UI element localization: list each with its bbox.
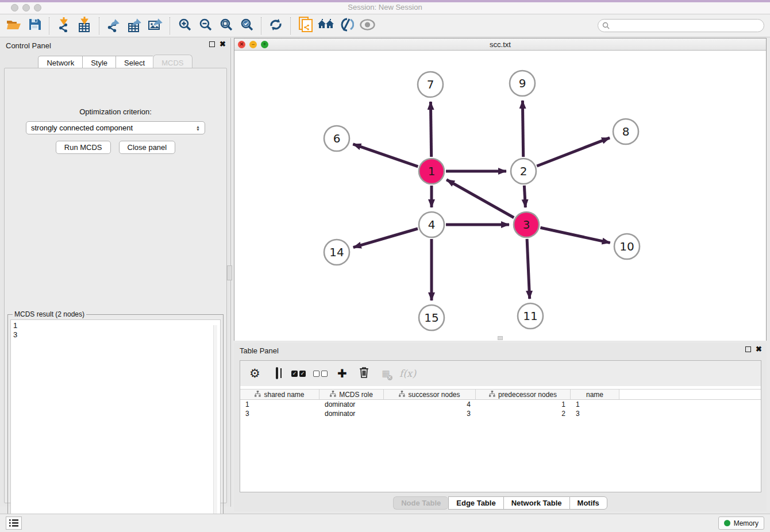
zoom-selected-button[interactable]	[236, 17, 257, 35]
export-network-button[interactable]	[103, 17, 124, 35]
cell-name[interactable]: 3	[571, 410, 619, 418]
network-window-titlebar[interactable]: ✕ – + scc.txt	[234, 38, 766, 51]
memory-button[interactable]: Memory	[718, 516, 764, 530]
run-mcds-button[interactable]: Run MCDS	[56, 141, 111, 154]
node-1[interactable]: 1	[419, 159, 444, 184]
houses-button[interactable]	[315, 17, 336, 35]
node-table[interactable]: shared nameMCDS rolesuccessor nodesprede…	[240, 389, 761, 418]
node-4[interactable]: 4	[419, 212, 444, 237]
zoom-selected-icon	[240, 18, 253, 33]
zoom-out-icon	[199, 18, 212, 33]
zoom-out-button[interactable]	[195, 17, 215, 35]
cell-predecessor-nodes[interactable]: 1	[476, 400, 571, 408]
tab-edge-table[interactable]: Edge Table	[448, 496, 503, 510]
export-image-button[interactable]	[145, 17, 165, 35]
search-box[interactable]	[598, 19, 764, 32]
add-icon: ✚	[337, 367, 347, 380]
add-button[interactable]: ✚	[333, 365, 351, 382]
cell-name[interactable]: 1	[571, 400, 619, 408]
hide-details-button[interactable]	[336, 17, 357, 35]
cell-MCDS-role[interactable]: dominator	[319, 400, 384, 408]
node-9[interactable]: 9	[510, 71, 535, 96]
select-all-button[interactable]: ✓✓	[290, 365, 307, 382]
node-14[interactable]: 14	[324, 240, 349, 265]
cell-successor-nodes[interactable]: 3	[384, 410, 476, 418]
export-image-icon	[148, 17, 163, 34]
network-graph[interactable]: 7968124314101511	[234, 51, 766, 341]
float-table-panel-icon[interactable]	[745, 346, 751, 352]
close-panel-button[interactable]: Close panel	[119, 141, 176, 154]
node-3[interactable]: 3	[514, 212, 539, 237]
node-10[interactable]: 10	[614, 234, 640, 259]
open-file-button[interactable]	[3, 17, 24, 35]
application-window: Session: New Session Control Panel ✖ Net…	[0, 0, 770, 532]
edge-1-6[interactable]	[353, 144, 418, 167]
search-input[interactable]	[612, 22, 764, 30]
houses-icon	[317, 18, 334, 33]
tab-motifs[interactable]: Motifs	[569, 496, 607, 510]
cell-shared-name[interactable]: 1	[240, 400, 319, 408]
panel-splitter-handle[interactable]	[227, 265, 232, 280]
edge-2-3[interactable]	[524, 186, 525, 207]
node-8[interactable]: 8	[613, 119, 638, 144]
network-canvas[interactable]: 7968124314101511	[234, 51, 766, 341]
cell-successor-nodes[interactable]: 4	[384, 400, 476, 408]
delete-table-button: ▦✕	[377, 365, 395, 382]
network-file-button[interactable]	[295, 17, 315, 35]
column-header-successor-nodes[interactable]: successor nodes	[384, 390, 476, 399]
cell-predecessor-nodes[interactable]: 2	[476, 410, 571, 418]
table-row[interactable]: 3dominator323	[240, 409, 761, 418]
node-6[interactable]: 6	[324, 126, 349, 151]
edge-3-11[interactable]	[527, 239, 530, 299]
edge-3-10[interactable]	[540, 228, 610, 242]
dropdown-stepper-icon: ▲▼	[196, 125, 200, 131]
node-2[interactable]: 2	[511, 159, 536, 184]
column-header-predecessor-nodes[interactable]: predecessor nodes	[476, 390, 571, 399]
memory-status-icon	[724, 520, 730, 526]
mcds-result-scrollbar[interactable]	[213, 325, 217, 527]
deselect-all-button[interactable]	[311, 365, 329, 382]
zoom-fit-button[interactable]	[215, 17, 236, 35]
column-header-name[interactable]: name	[571, 390, 619, 399]
column-header-shared-name[interactable]: shared name	[240, 390, 319, 399]
criterion-dropdown[interactable]: strongly connected component ▲▼	[26, 121, 205, 134]
refresh-button[interactable]	[265, 17, 286, 35]
save-session-button[interactable]	[24, 17, 45, 35]
edge-4-14[interactable]	[353, 229, 418, 248]
zoom-in-button[interactable]	[174, 17, 195, 35]
column-header-MCDS-role[interactable]: MCDS role	[319, 390, 384, 399]
mcds-result-legend: MCDS result (2 nodes)	[13, 310, 86, 318]
node-15[interactable]: 15	[419, 305, 444, 330]
node-label: 7	[427, 78, 434, 91]
delete-button[interactable]	[355, 365, 373, 382]
import-network-button[interactable]	[53, 17, 74, 35]
import-table-icon	[78, 17, 91, 34]
tab-network-table[interactable]: Network Table	[503, 496, 569, 510]
task-history-button[interactable]	[6, 516, 22, 530]
edge-3-1[interactable]	[446, 180, 514, 218]
show-column-button[interactable]	[268, 365, 286, 382]
float-panel-icon[interactable]	[209, 41, 215, 47]
search-icon	[602, 22, 610, 29]
cell-MCDS-role[interactable]: dominator	[319, 410, 384, 418]
table-row[interactable]: 1dominator411	[240, 400, 761, 409]
export-table-button[interactable]	[124, 17, 145, 35]
edge-2-8[interactable]	[537, 138, 610, 166]
table-panel: Table Panel ✖ ⚙✓✓✚▦✕f(x) shared nameMCDS…	[234, 343, 767, 511]
table-settings-button[interactable]: ⚙	[246, 365, 264, 382]
table-panel-tabs: Node TableEdge TableNetwork TableMotifs	[234, 496, 767, 510]
toolbar-separator	[170, 17, 170, 34]
edge-1-7[interactable]	[430, 102, 431, 157]
node-11[interactable]: 11	[518, 303, 543, 329]
show-details-button[interactable]	[357, 17, 378, 35]
export-table-icon	[128, 17, 141, 34]
close-panel-icon[interactable]: ✖	[220, 41, 226, 47]
canvas-scroll-nub[interactable]	[498, 336, 503, 340]
import-table-button[interactable]	[74, 17, 95, 35]
mcds-result-text[interactable]: 1 3	[10, 319, 221, 531]
tab-node-table[interactable]: Node Table	[393, 496, 448, 510]
edge-2-9[interactable]	[522, 101, 523, 157]
close-table-panel-icon[interactable]: ✖	[756, 346, 762, 352]
node-7[interactable]: 7	[418, 72, 443, 97]
cell-shared-name[interactable]: 3	[240, 410, 319, 418]
